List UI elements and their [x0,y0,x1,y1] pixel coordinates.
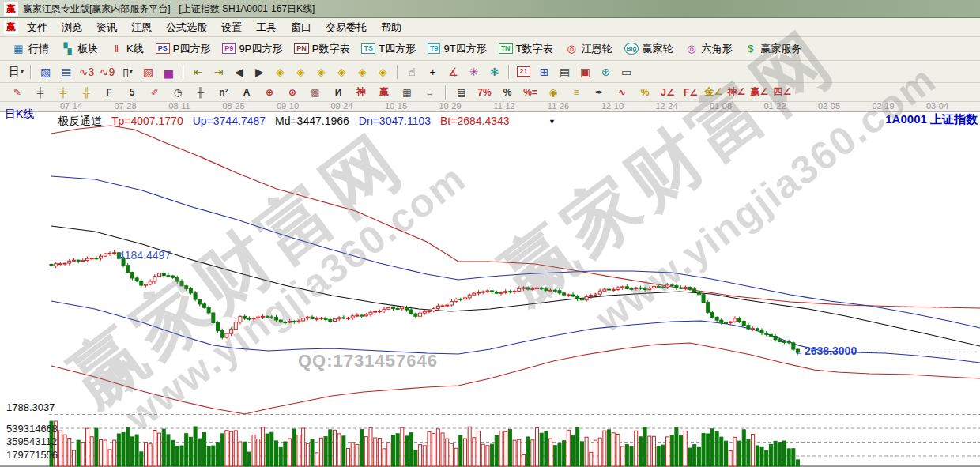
wave-9-icon[interactable]: ∿9 [97,62,117,81]
9t-square-button-glyph: T9 [428,43,441,54]
diamond-shift-right-icon[interactable]: ◈ [291,62,311,81]
net-update-icon[interactable]: ⊛ [596,62,616,81]
zoom-area-icon[interactable]: ▧ [36,62,55,81]
percent-lines-icon[interactable]: %= [519,84,541,100]
time-cycle-icon-glyph: ◷ [174,87,182,98]
bar-range-icon[interactable]: ↔ [419,84,441,100]
percent-icon[interactable]: % [496,84,518,100]
gold-percent-icon[interactable]: % [634,84,656,100]
calendar-21-icon[interactable]: 21 [514,62,533,81]
quotes-button[interactable]: ▦行情 [6,40,55,58]
percent-levels-icon[interactable]: ▤ [450,84,473,100]
circle-cross-icon[interactable]: ⊕ [258,84,281,100]
drag-hand-icon[interactable]: ☝ [402,62,422,81]
color-bars-icon[interactable]: ▅ [159,62,179,81]
axis-date: 12-10 [601,101,624,111]
print-icon[interactable]: ▭ [616,62,636,81]
win-grid-icon[interactable]: 赢 [373,84,395,100]
shen-grid-icon[interactable]: 神 [350,84,372,100]
angle-win-icon[interactable]: 赢∠ [748,84,771,100]
crosshair-icon[interactable]: + [423,62,443,81]
compass-pen-icon-glyph: ✎ [13,87,21,98]
five-grid-icon[interactable]: 5 [121,84,143,100]
menu-item-8[interactable]: 交易委托 [318,18,374,37]
price-chart-canvas[interactable] [0,112,980,467]
diamond-expand-all-icon[interactable]: ◈ [352,62,372,81]
t-number-table-button[interactable]: TNT数字表 [493,40,559,58]
last-page-icon[interactable]: ⇥ [209,62,228,81]
angle-shen-icon[interactable]: 神∠ [726,84,748,100]
zigzag-icon[interactable]: И [327,84,349,100]
diamond-compress-h-icon[interactable]: ◈ [332,62,352,81]
gann-box-icon[interactable]: ✳ [464,62,484,81]
notepad-icon[interactable]: ▤ [555,62,575,81]
flag-pen-icon[interactable]: ✒ [588,84,610,100]
child-window-icon[interactable]: 赢 [4,21,18,34]
menu-item-6[interactable]: 工具 [249,18,284,37]
winner-service-button[interactable]: $赢家服务 [738,40,807,58]
angle-four-icon[interactable]: 四∠ [771,84,793,100]
sectors-button[interactable]: ▚板块 [55,40,104,58]
gann-wheel-button[interactable]: ◎江恩轮 [560,40,618,58]
marker-triangle-icon[interactable]: ▼ [548,118,556,126]
prev-bar-icon[interactable]: ◀ [229,62,249,81]
a-vertical-icon[interactable]: A [236,84,258,100]
n-square-icon[interactable]: n² [213,84,235,100]
gold-grid-2-icon[interactable]: ╬ [75,84,97,100]
toolbar-separator [445,85,447,100]
grid-ruler-icon[interactable]: ╪ [29,84,51,100]
diamond-shift-left-icon[interactable]: ◈ [270,62,290,81]
kline-button[interactable]: ‖K线 [104,40,149,58]
time-cycle-icon[interactable]: ◷ [167,84,189,100]
hash-grid-icon[interactable]: ╫ [190,84,212,100]
angle-j-icon[interactable]: J∠ [657,84,679,100]
wave-tool-icon[interactable]: ✻ [484,62,504,81]
square-web-icon[interactable]: ▩ [304,84,326,100]
save-icon[interactable]: ▣ [575,62,595,81]
red-pen-icon[interactable]: ✐ [144,84,166,100]
menu-item-5[interactable]: 设置 [214,18,249,37]
angle-gold-icon-glyph: 金∠ [705,85,723,99]
gold-grid-icon[interactable]: ╪ [52,84,74,100]
gold-circle-icon[interactable]: ◉ [542,84,564,100]
p-square-button[interactable]: PSP四方形 [150,40,217,58]
menu-item-9[interactable]: 帮助 [374,18,409,37]
chart-area: 日K线 极反通道 Tp=4007.1770Up=3744.7487Md=3447… [0,112,980,467]
period-label[interactable]: 日K线 [5,107,34,122]
quote-page-icon[interactable]: ▤ [56,62,76,81]
9t-square-button[interactable]: T99T四方形 [422,40,492,58]
next-bar-icon[interactable]: ▶ [250,62,270,81]
pattern-box-icon[interactable]: ▨ [138,62,158,81]
winner-wheel-button[interactable]: Big赢家轮 [619,40,679,58]
diamond-expand-all-icon-glyph: ◈ [358,66,367,78]
angle-f-icon[interactable]: F∠ [680,84,702,100]
menu-item-0[interactable]: 文件 [20,18,55,37]
f-grid-icon[interactable]: F [98,84,120,100]
candle-style-dropdown[interactable]: ▯▾ [118,62,138,81]
hexagon-button[interactable]: ◎六角形 [679,40,737,58]
diamond-expand-h-icon[interactable]: ◈ [311,62,331,81]
angle-gold-icon[interactable]: 金∠ [703,84,725,100]
9p-square-button[interactable]: P99P四方形 [217,40,288,58]
menu-item-1[interactable]: 浏览 [55,18,89,37]
compass-pen-icon[interactable]: ✎ [6,84,28,100]
p-number-table-button[interactable]: PNP数字表 [288,40,355,58]
diamond-compress-all-icon[interactable]: ◈ [373,62,393,81]
first-page-icon[interactable]: ⇤ [188,62,208,81]
gold-levels-icon[interactable]: ≡ [565,84,587,100]
menu-item-4[interactable]: 公式选股 [159,18,214,37]
axis-date: 01-22 [763,101,786,111]
menu-item-3[interactable]: 江恩 [124,18,159,37]
menu-item-2[interactable]: 资讯 [89,18,124,37]
number-grid-icon[interactable]: ▦ [396,84,418,100]
period-day-dropdown[interactable]: 日▾ [6,62,26,81]
calculator-icon[interactable]: ⊞ [534,62,554,81]
angle-measure-icon[interactable]: ∡ [443,62,463,81]
menu-item-7[interactable]: 窗口 [284,18,318,37]
first-page-icon-glyph: ⇤ [194,66,203,78]
wave-percent-icon[interactable]: ∿ [611,84,633,100]
percent-7-icon[interactable]: 7% [473,84,496,100]
wave-3-icon[interactable]: ∿3 [77,62,96,81]
spider-web-icon[interactable]: ⊛ [281,84,303,100]
t-square-button[interactable]: TST四方形 [356,40,420,58]
